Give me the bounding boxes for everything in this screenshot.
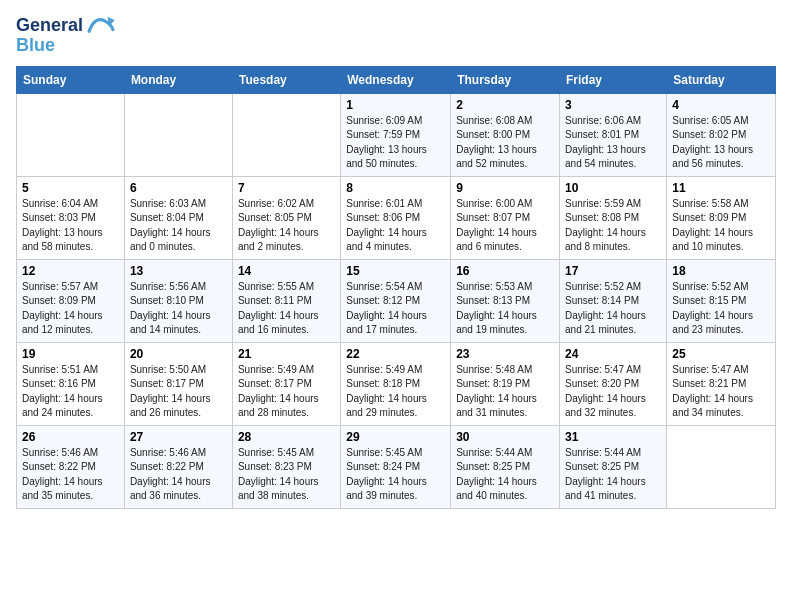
day-info: Sunrise: 6:05 AMSunset: 8:02 PMDaylight:… — [672, 114, 770, 172]
day-number: 18 — [672, 264, 770, 278]
day-number: 8 — [346, 181, 445, 195]
day-number: 15 — [346, 264, 445, 278]
calendar-cell: 30Sunrise: 5:44 AMSunset: 8:25 PMDayligh… — [451, 425, 560, 508]
day-info: Sunrise: 6:00 AMSunset: 8:07 PMDaylight:… — [456, 197, 554, 255]
header-sunday: Sunday — [17, 66, 125, 93]
day-number: 29 — [346, 430, 445, 444]
calendar-cell: 24Sunrise: 5:47 AMSunset: 8:20 PMDayligh… — [560, 342, 667, 425]
day-number: 10 — [565, 181, 661, 195]
calendar-cell: 13Sunrise: 5:56 AMSunset: 8:10 PMDayligh… — [124, 259, 232, 342]
day-info: Sunrise: 5:56 AMSunset: 8:10 PMDaylight:… — [130, 280, 227, 338]
day-info: Sunrise: 5:45 AMSunset: 8:24 PMDaylight:… — [346, 446, 445, 504]
calendar-cell: 2Sunrise: 6:08 AMSunset: 8:00 PMDaylight… — [451, 93, 560, 176]
calendar-cell: 4Sunrise: 6:05 AMSunset: 8:02 PMDaylight… — [667, 93, 776, 176]
calendar-cell: 9Sunrise: 6:00 AMSunset: 8:07 PMDaylight… — [451, 176, 560, 259]
day-info: Sunrise: 5:59 AMSunset: 8:08 PMDaylight:… — [565, 197, 661, 255]
day-info: Sunrise: 5:46 AMSunset: 8:22 PMDaylight:… — [22, 446, 119, 504]
calendar-week-row: 1Sunrise: 6:09 AMSunset: 7:59 PMDaylight… — [17, 93, 776, 176]
day-info: Sunrise: 5:50 AMSunset: 8:17 PMDaylight:… — [130, 363, 227, 421]
day-number: 4 — [672, 98, 770, 112]
day-info: Sunrise: 5:45 AMSunset: 8:23 PMDaylight:… — [238, 446, 335, 504]
day-info: Sunrise: 5:54 AMSunset: 8:12 PMDaylight:… — [346, 280, 445, 338]
day-info: Sunrise: 5:49 AMSunset: 8:18 PMDaylight:… — [346, 363, 445, 421]
calendar-cell: 27Sunrise: 5:46 AMSunset: 8:22 PMDayligh… — [124, 425, 232, 508]
day-info: Sunrise: 6:09 AMSunset: 7:59 PMDaylight:… — [346, 114, 445, 172]
calendar-cell: 3Sunrise: 6:06 AMSunset: 8:01 PMDaylight… — [560, 93, 667, 176]
day-info: Sunrise: 6:06 AMSunset: 8:01 PMDaylight:… — [565, 114, 661, 172]
day-number: 9 — [456, 181, 554, 195]
calendar-cell: 26Sunrise: 5:46 AMSunset: 8:22 PMDayligh… — [17, 425, 125, 508]
day-info: Sunrise: 5:53 AMSunset: 8:13 PMDaylight:… — [456, 280, 554, 338]
calendar-cell: 8Sunrise: 6:01 AMSunset: 8:06 PMDaylight… — [341, 176, 451, 259]
calendar-week-row: 26Sunrise: 5:46 AMSunset: 8:22 PMDayligh… — [17, 425, 776, 508]
calendar-header-row: SundayMondayTuesdayWednesdayThursdayFrid… — [17, 66, 776, 93]
calendar-cell: 21Sunrise: 5:49 AMSunset: 8:17 PMDayligh… — [232, 342, 340, 425]
page-header: General Blue — [16, 16, 776, 56]
day-number: 2 — [456, 98, 554, 112]
day-info: Sunrise: 5:49 AMSunset: 8:17 PMDaylight:… — [238, 363, 335, 421]
calendar-cell: 25Sunrise: 5:47 AMSunset: 8:21 PMDayligh… — [667, 342, 776, 425]
calendar-cell: 12Sunrise: 5:57 AMSunset: 8:09 PMDayligh… — [17, 259, 125, 342]
day-info: Sunrise: 5:51 AMSunset: 8:16 PMDaylight:… — [22, 363, 119, 421]
day-info: Sunrise: 5:48 AMSunset: 8:19 PMDaylight:… — [456, 363, 554, 421]
calendar-cell: 28Sunrise: 5:45 AMSunset: 8:23 PMDayligh… — [232, 425, 340, 508]
logo-icon — [85, 13, 117, 35]
header-tuesday: Tuesday — [232, 66, 340, 93]
calendar-cell — [124, 93, 232, 176]
day-info: Sunrise: 5:44 AMSunset: 8:25 PMDaylight:… — [456, 446, 554, 504]
calendar-cell: 23Sunrise: 5:48 AMSunset: 8:19 PMDayligh… — [451, 342, 560, 425]
calendar-cell — [667, 425, 776, 508]
day-number: 12 — [22, 264, 119, 278]
day-number: 11 — [672, 181, 770, 195]
day-number: 6 — [130, 181, 227, 195]
calendar-cell: 17Sunrise: 5:52 AMSunset: 8:14 PMDayligh… — [560, 259, 667, 342]
calendar-cell: 31Sunrise: 5:44 AMSunset: 8:25 PMDayligh… — [560, 425, 667, 508]
day-number: 14 — [238, 264, 335, 278]
calendar-cell: 15Sunrise: 5:54 AMSunset: 8:12 PMDayligh… — [341, 259, 451, 342]
day-info: Sunrise: 5:57 AMSunset: 8:09 PMDaylight:… — [22, 280, 119, 338]
day-info: Sunrise: 5:52 AMSunset: 8:15 PMDaylight:… — [672, 280, 770, 338]
day-number: 1 — [346, 98, 445, 112]
day-number: 7 — [238, 181, 335, 195]
calendar-cell: 1Sunrise: 6:09 AMSunset: 7:59 PMDaylight… — [341, 93, 451, 176]
day-info: Sunrise: 5:47 AMSunset: 8:20 PMDaylight:… — [565, 363, 661, 421]
calendar-week-row: 19Sunrise: 5:51 AMSunset: 8:16 PMDayligh… — [17, 342, 776, 425]
day-info: Sunrise: 6:03 AMSunset: 8:04 PMDaylight:… — [130, 197, 227, 255]
calendar-cell — [232, 93, 340, 176]
header-saturday: Saturday — [667, 66, 776, 93]
day-number: 31 — [565, 430, 661, 444]
day-info: Sunrise: 5:47 AMSunset: 8:21 PMDaylight:… — [672, 363, 770, 421]
calendar-cell: 10Sunrise: 5:59 AMSunset: 8:08 PMDayligh… — [560, 176, 667, 259]
day-number: 19 — [22, 347, 119, 361]
calendar-cell: 22Sunrise: 5:49 AMSunset: 8:18 PMDayligh… — [341, 342, 451, 425]
day-number: 21 — [238, 347, 335, 361]
day-info: Sunrise: 5:55 AMSunset: 8:11 PMDaylight:… — [238, 280, 335, 338]
day-number: 17 — [565, 264, 661, 278]
calendar-cell: 5Sunrise: 6:04 AMSunset: 8:03 PMDaylight… — [17, 176, 125, 259]
day-info: Sunrise: 6:01 AMSunset: 8:06 PMDaylight:… — [346, 197, 445, 255]
calendar-cell: 6Sunrise: 6:03 AMSunset: 8:04 PMDaylight… — [124, 176, 232, 259]
day-number: 30 — [456, 430, 554, 444]
calendar-cell: 16Sunrise: 5:53 AMSunset: 8:13 PMDayligh… — [451, 259, 560, 342]
logo-text: General Blue — [16, 16, 117, 56]
calendar-cell: 11Sunrise: 5:58 AMSunset: 8:09 PMDayligh… — [667, 176, 776, 259]
header-friday: Friday — [560, 66, 667, 93]
calendar-cell: 14Sunrise: 5:55 AMSunset: 8:11 PMDayligh… — [232, 259, 340, 342]
day-number: 20 — [130, 347, 227, 361]
day-number: 13 — [130, 264, 227, 278]
calendar-cell: 18Sunrise: 5:52 AMSunset: 8:15 PMDayligh… — [667, 259, 776, 342]
day-number: 26 — [22, 430, 119, 444]
calendar-cell: 19Sunrise: 5:51 AMSunset: 8:16 PMDayligh… — [17, 342, 125, 425]
day-number: 22 — [346, 347, 445, 361]
day-info: Sunrise: 6:08 AMSunset: 8:00 PMDaylight:… — [456, 114, 554, 172]
day-number: 3 — [565, 98, 661, 112]
day-number: 27 — [130, 430, 227, 444]
calendar-table: SundayMondayTuesdayWednesdayThursdayFrid… — [16, 66, 776, 509]
calendar-cell — [17, 93, 125, 176]
calendar-cell: 20Sunrise: 5:50 AMSunset: 8:17 PMDayligh… — [124, 342, 232, 425]
day-number: 23 — [456, 347, 554, 361]
header-thursday: Thursday — [451, 66, 560, 93]
day-number: 24 — [565, 347, 661, 361]
logo: General Blue — [16, 16, 117, 56]
day-number: 5 — [22, 181, 119, 195]
